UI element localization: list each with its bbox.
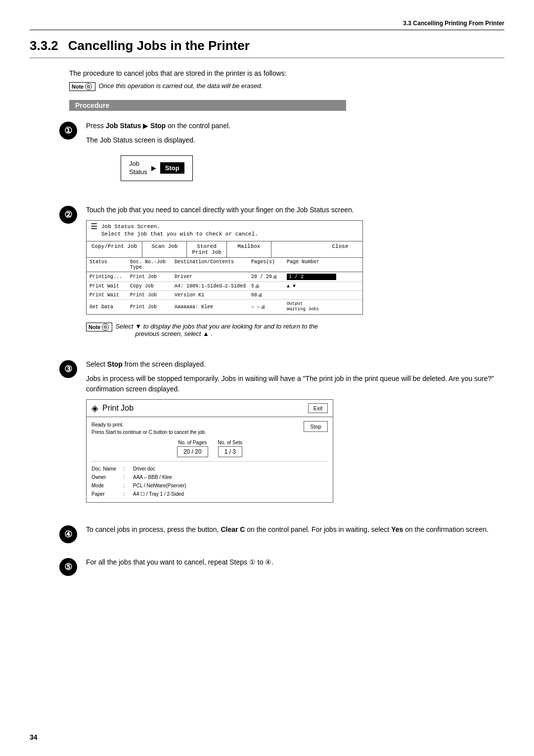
jss-tab-close[interactable]: Close [318,241,362,257]
intro-text: The procedure to cancel jobs that are st… [69,69,504,77]
step-2-content: Touch the job that you need to cancel di… [86,205,504,345]
step-1-number: ① [59,122,77,140]
jss-row2-arrows: ▲ ▼ [287,284,336,289]
note2-badge: Note ⊙ [86,323,112,331]
jss-row3-dest: Version K1 [175,292,251,298]
step-2-number: ② [59,206,77,224]
pjs-detail-owner: Owner : AAA – BBB / Klee [91,473,328,481]
jss-row4-status: Get Data [89,304,130,310]
pjs-body: Ready to print. Press Start to continue … [87,417,333,502]
pjs-stop-button[interactable]: Stop [304,421,328,432]
jss-row-1[interactable]: Printing... Print Job Driver 20 / 20 🖨 1… [87,272,362,282]
step-2: ② Touch the job that you need to cancel … [59,205,504,345]
jss-row-2[interactable]: Print Wait Copy Job A4: 100%:1-Sided→2-S… [87,282,362,291]
step-1: ① Press Job Status ▶ Stop on the control… [59,121,504,191]
note2: Note ⊙ Select ▼ to display the jobs that… [86,323,504,337]
jss-row-4[interactable]: Get Data Print Job Aaaaaaa: Klee – – 🖨 O… [87,300,362,314]
page-number: 34 [30,733,38,741]
pjs-title: ◈ Print Job [91,403,134,414]
header-text: 3.3 Cancelling Printing From Printer [403,20,504,27]
step-2-text: Touch the job that you need to cancel di… [86,205,504,215]
pjs-title-icon: ◈ [91,403,98,414]
jss-row4-output: OutputWaiting Jobs [287,301,336,313]
step-4-text: To cancel jobs in process, press the but… [86,524,504,535]
pjs-title-text: Print Job [102,404,134,413]
pjs-exit-button[interactable]: Exit [308,403,328,413]
page-header: 3.3 Cancelling Printing From Printer [30,20,504,30]
jss-row1-status: Printing... [89,274,130,280]
step-3-number: ③ [59,360,77,378]
jss-tab-mailbox[interactable]: Mailbox [227,241,271,257]
pjs-detail-docname: Doc. Name : Driver.doc [91,465,328,473]
jss-tabs: Copy/Print Job Scan Job StoredPrint Job … [87,241,362,258]
widget-stop-button[interactable]: Stop [160,162,184,174]
jss-header-text: Job Status Screen. Select the job that y… [101,223,258,238]
step-5: ⑤ For all the jobs that you want to canc… [59,557,504,576]
section-number: 3.3.2 [30,38,58,53]
jss-tab-scan[interactable]: Scan Job [142,241,187,257]
jss-col-dest: Destination/Contents [175,259,251,270]
section-title: Cancelling Jobs in the Printer [68,38,250,53]
note2-text: Select ▼ to display the jobs that you ar… [115,323,318,337]
jss-row2-status: Print Wait [89,284,130,289]
widget-arrow: ▶ [151,164,156,172]
jss-tab-stored[interactable]: StoredPrint Job [187,241,226,257]
pjs-ready-text: Ready to print. Press Start to continue … [91,421,328,436]
pjs-details: Doc. Name : Driver.doc Owner : AAA – BBB… [91,461,328,498]
pjs-counters: No. of Pages 20 / 20 No. of Sets 1 / 3 [91,440,328,457]
procedure-header: Procedure [69,100,346,111]
jss-row1-type: Print Job [130,274,175,280]
jss-col-docno: Doc. No.-Job Type [130,259,175,270]
step-3-subtext: Jobs in process will be stopped temporar… [86,374,504,394]
jss-row4-pages: – – 🖨 [251,304,287,310]
jss-col-status: Status [89,259,130,270]
print-job-screen: ◈ Print Job Exit Ready to print. Press S… [86,399,333,503]
jss-row4-type: Print Job [130,304,175,310]
pjs-sets-counter: No. of Sets 1 / 3 [218,440,242,457]
jss-header-icon: ☰ [90,223,97,231]
pjs-detail-paper: Paper : A4 ☐ / Tray 1 / 2-Sided [91,490,328,498]
jss-row3-pages: 60 🖨 [251,292,287,298]
jss-row2-pages: 5 🖨 [251,284,287,289]
jss-row-3[interactable]: Print Wait Print Job Version K1 60 🖨 [87,291,362,300]
note1-badge: Note ⊙ [69,82,95,91]
job-status-widget: Job Status ▶ Stop [121,155,193,181]
jss-col-pages: Pages(s) [251,259,287,270]
jss-row4-dest: Aaaaaaa: Klee [175,304,251,310]
note2-circle: ⊙ [102,324,109,331]
jss-row1-pages: 20 / 20 🖨 [251,274,287,280]
step-4-content: To cancel jobs in process, press the but… [86,524,504,543]
note1: Note ⊙ Once this operation is carried ou… [69,82,504,91]
job-status-screen: ☰ Job Status Screen. Select the job that… [86,220,363,315]
step-5-text: For all the jobs that you want to cancel… [86,557,504,567]
note1-circle: ⊙ [85,83,92,90]
step-4: ④ To cancel jobs in process, press the b… [59,524,504,543]
job-status-label: Job Status [129,160,147,177]
jss-row1-pagenum: 1 / 2 [287,274,336,280]
step-3-text: Select Stop from the screen displayed. [86,359,504,370]
pjs-pages-counter: No. of Pages 20 / 20 [177,440,208,457]
jss-row3-status: Print Wait [89,292,130,298]
step-5-number: ⑤ [59,558,77,576]
jss-row2-dest: A4: 100%:1-Sided→2-Sided [175,284,251,289]
jss-row1-dest: Driver [175,274,251,280]
jss-header: ☰ Job Status Screen. Select the job that… [87,221,362,241]
step-5-content: For all the jobs that you want to cancel… [86,557,504,576]
step-4-number: ④ [59,525,77,543]
step-1-content: Press Job Status ▶ Stop on the control p… [86,121,504,191]
jss-row3-type: Print Job [130,292,175,298]
jss-row2-type: Copy Job [130,284,175,289]
jss-col-pagenum: Page Number [287,259,336,270]
pjs-header: ◈ Print Job Exit [87,400,333,417]
step-3: ③ Select Stop from the screen displayed.… [59,359,504,511]
step-1-text: Press Job Status ▶ Stop on the control p… [86,121,504,131]
pjs-detail-mode: Mode : PCL / NetWare(Pserver) [91,481,328,490]
step-1-subtext: The Job Status screen is displayed. [86,135,504,145]
jss-tab-copy[interactable]: Copy/Print Job [87,241,142,257]
note1-text: Once this operation is carried out, the … [98,82,263,90]
step-3-content: Select Stop from the screen displayed. J… [86,359,504,511]
